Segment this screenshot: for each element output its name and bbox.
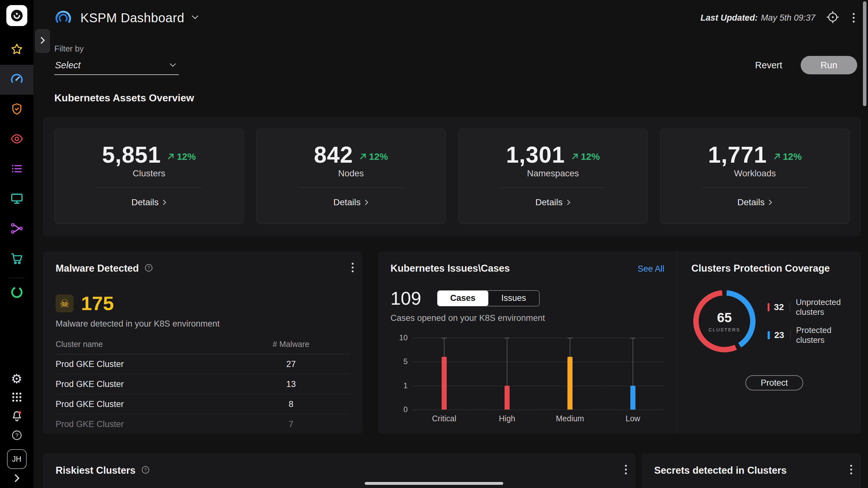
tab-issues[interactable]: Issues xyxy=(488,291,539,306)
filter-select[interactable]: Select xyxy=(54,58,179,75)
user-avatar[interactable]: JH xyxy=(7,449,27,469)
sidebar-expand-button[interactable] xyxy=(13,474,20,484)
monitor-icon xyxy=(10,191,24,207)
sidebar-item-status[interactable] xyxy=(0,282,33,304)
details-link[interactable]: Details xyxy=(131,197,167,208)
sidebar-item-notifications[interactable] xyxy=(6,408,28,425)
legend-value: 23 xyxy=(774,330,789,340)
cases-count: 109 xyxy=(391,287,421,309)
protection-donut-center: 65 CLUSTERS xyxy=(699,296,750,347)
sidebar-bottom: ⚙ xyxy=(6,370,28,488)
page-title: KSPM Dashboard xyxy=(81,11,184,25)
stat-label: Namespaces xyxy=(527,169,579,179)
column-cluster-name: Cluster name xyxy=(56,340,232,349)
stat-delta: 12% xyxy=(359,151,388,162)
card-divider xyxy=(298,187,404,188)
bar-medium xyxy=(538,338,601,409)
cases-chart-yaxis: 01510 xyxy=(391,338,409,409)
legend-label: Protected clusters xyxy=(796,325,847,345)
sidebar-item-detections[interactable] xyxy=(0,125,33,154)
grid-icon xyxy=(11,391,23,404)
sidebar-item-kspm-dashboard[interactable] xyxy=(0,65,33,95)
details-link[interactable]: Details xyxy=(737,197,773,208)
help-icon[interactable]: ? xyxy=(141,465,150,476)
table-row[interactable]: Prod GKE Cluster 8 xyxy=(56,394,350,414)
help-icon[interactable]: ? xyxy=(144,263,153,274)
last-updated: Last Updated:May 5th 09:37 xyxy=(701,13,815,23)
dashboard-title-dropdown[interactable]: KSPM Dashboard xyxy=(81,11,199,25)
protection-legend: 32 Unprotected clusters 23 Protected clu… xyxy=(768,297,847,345)
sidebar-divider xyxy=(9,278,25,278)
tab-cases[interactable]: Cases xyxy=(437,291,488,306)
main-content: KSPM Dashboard Last Updated:May 5th 09:3… xyxy=(33,0,868,488)
gear-icon: ⚙ xyxy=(11,372,23,385)
chevron-down-icon xyxy=(169,63,176,68)
legend-separator xyxy=(790,303,790,312)
stat-label: Nodes xyxy=(338,169,364,179)
filter-row: Filter by Select Revert Run xyxy=(33,36,868,75)
sidebar-item-favorites[interactable] xyxy=(0,35,33,65)
scrollbar-thumb[interactable] xyxy=(863,1,866,106)
refresh-radar-icon[interactable] xyxy=(826,10,839,25)
secrets-kebab-menu[interactable] xyxy=(848,462,855,477)
last-updated-label: Last Updated: xyxy=(701,13,758,23)
assets-overview-title: Kubernetes Assets Overview xyxy=(54,92,868,104)
details-link[interactable]: Details xyxy=(535,197,570,208)
stat-card-namespaces: 1,301 12% Namespaces Details xyxy=(459,129,648,224)
skull-icon: ☠ xyxy=(56,295,73,312)
chevron-right-icon xyxy=(162,199,166,206)
sidebar-item-marketplace[interactable] xyxy=(0,244,33,274)
issues-protection-panel: Kubernetes Issues\Cases See All 109 Case… xyxy=(378,251,861,434)
stat-card-nodes: 842 12% Nodes Details xyxy=(256,129,446,224)
riskiest-clusters-panel: Riskiest Clusters ? xyxy=(43,453,636,488)
svg-text:?: ? xyxy=(15,432,19,438)
topbar-kebab-menu[interactable] xyxy=(850,10,857,25)
xtick-high: High xyxy=(476,414,538,423)
riskiest-kebab-menu[interactable] xyxy=(622,462,629,477)
revert-button[interactable]: Revert xyxy=(755,60,782,70)
stat-value: 1,771 xyxy=(708,142,767,168)
sidebar-item-help[interactable]: ? xyxy=(6,428,28,444)
branch-icon xyxy=(10,221,24,237)
xtick-medium: Medium xyxy=(538,414,601,423)
malware-kebab-menu[interactable] xyxy=(349,260,356,275)
bell-icon xyxy=(10,410,23,424)
sidebar-item-settings[interactable]: ⚙ xyxy=(6,370,28,387)
chevron-right-icon xyxy=(566,199,570,206)
panel-expander-button[interactable] xyxy=(35,29,50,53)
cases-chart-xaxis: CriticalHighMediumLow xyxy=(413,414,664,423)
home-indicator[interactable] xyxy=(365,482,503,485)
sidebar-item-apps[interactable] xyxy=(6,390,28,406)
stat-value: 1,301 xyxy=(506,142,565,168)
protection-title: Clusters Protection Coverage xyxy=(691,263,830,274)
sidebar-item-endpoints[interactable] xyxy=(0,184,33,214)
malware-title: Malware Detected xyxy=(56,263,139,274)
column-malware-count: # Malware xyxy=(232,340,350,349)
filter-label: Filter by xyxy=(54,44,179,54)
see-all-link[interactable]: See All xyxy=(638,264,664,274)
table-row[interactable]: Prod GKE Cluster 27 xyxy=(56,354,350,374)
chevron-right-icon xyxy=(365,199,369,206)
protection-donut: 65 CLUSTERS xyxy=(693,290,755,352)
malware-table: Cluster name # Malware Prod GKE Cluster … xyxy=(56,340,350,434)
topbar: KSPM Dashboard Last Updated:May 5th 09:3… xyxy=(33,0,868,36)
run-button[interactable]: Run xyxy=(801,56,857,74)
protect-button[interactable]: Protect xyxy=(745,375,803,391)
sidebar-item-policies[interactable] xyxy=(0,154,33,184)
xtick-low: Low xyxy=(601,414,664,423)
details-link[interactable]: Details xyxy=(333,197,369,208)
donut-label: CLUSTERS xyxy=(709,327,740,332)
shield-icon xyxy=(10,102,24,117)
table-row[interactable]: Prod GKE Cluster 13 xyxy=(56,374,350,394)
topbar-right: Last Updated:May 5th 09:37 xyxy=(701,10,857,25)
riskiest-clusters-title: Riskiest Clusters xyxy=(56,465,136,476)
ring-icon xyxy=(10,285,24,301)
sidebar: ⚙ xyxy=(0,0,33,488)
legend-label: Unprotected clusters xyxy=(796,297,847,317)
sidebar-item-compliance[interactable] xyxy=(0,95,33,125)
issues-cases-section: Kubernetes Issues\Cases See All 109 Case… xyxy=(378,251,677,434)
table-row[interactable]: Prod GKE Cluster 7 xyxy=(56,414,350,434)
sidebar-item-integrations[interactable] xyxy=(0,214,33,244)
secrets-title: Secrets detected in Clusters xyxy=(654,465,787,476)
legend-separator xyxy=(790,331,790,340)
